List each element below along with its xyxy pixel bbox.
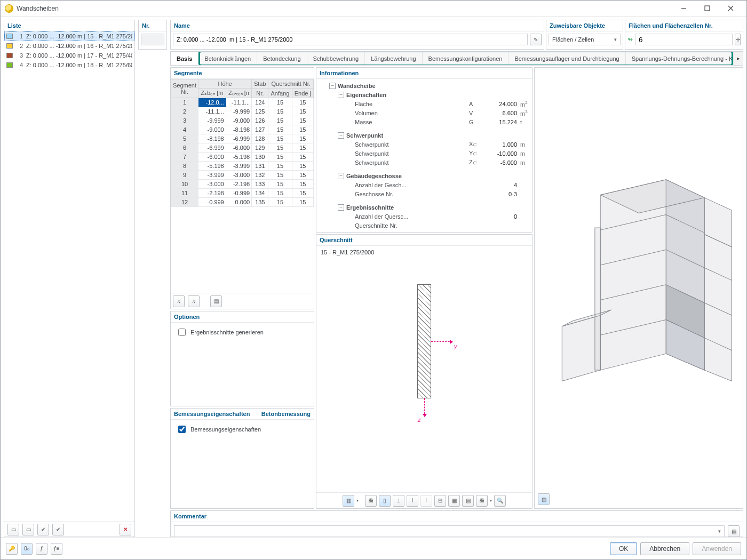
table-row[interactable]: 4 -9.000-8.198 1271515	[171, 125, 314, 134]
chevron-down-icon: ▾	[718, 529, 721, 534]
q-tool-5[interactable]: I	[407, 495, 418, 507]
tabs: BasisBetonknicklängenBetondeckungSchubbe…	[170, 51, 743, 66]
querschnitt-label: 15 - R_M1 275/2000	[316, 246, 532, 259]
flaechen-label: Flächen und Flächenzellen Nr.	[625, 20, 743, 31]
list-tool-1[interactable]: ▭	[7, 524, 19, 535]
bemessungseigenschaften-checkbox[interactable]: Bemessungseigenschaften	[171, 420, 314, 439]
tab-spannungs-dehnungs-berechnung-konfi[interactable]: Spannungs-Dehnungs-Berechnung - Konfi	[626, 52, 733, 65]
seg-tool-3[interactable]: ▤	[210, 295, 222, 307]
info-tree: –Wandscheibe–EigenschaftenFlächeA24.000m…	[316, 79, 532, 232]
list-tool-3[interactable]: ✔	[37, 524, 49, 535]
zuweisbar-select[interactable]: Flächen / Zellen ▾	[549, 34, 621, 45]
link-icon: ↬	[627, 36, 633, 43]
table-row[interactable]: 12 -0.9990.000 1351515	[171, 198, 314, 207]
q-tool-print[interactable]: 🖶	[365, 495, 377, 507]
q-tool-search[interactable]: 🔍	[494, 495, 506, 507]
info-title: Informationen	[316, 68, 532, 79]
cross-section-view: y z	[316, 259, 532, 492]
tab-l-ngsbewehrung[interactable]: Längsbewehrung	[365, 52, 422, 65]
footer-tool-2[interactable]: 0₀	[21, 543, 33, 555]
footer-tool-4[interactable]: ƒ≡	[51, 543, 62, 555]
svg-rect-1	[705, 6, 710, 11]
name-input[interactable]	[173, 34, 528, 45]
footer-tool-3[interactable]: ƒ	[36, 543, 47, 555]
table-row[interactable]: 9 -3.999-3.000 1321515	[171, 171, 314, 180]
flaechen-input[interactable]	[635, 34, 733, 45]
querschnitt-title: Querschnitt	[316, 235, 532, 246]
list-item[interactable]: 3Z: 0.000 ... -12.000 m | 17 - R_M1 275/…	[4, 51, 134, 60]
tab-scroll-right[interactable]: ▸	[733, 52, 743, 65]
chevron-down-icon: ▾	[614, 37, 617, 42]
svg-marker-20	[704, 234, 732, 381]
table-row[interactable]: 6 -6.999-6.000 1291515	[171, 143, 314, 153]
list-tool-4[interactable]: ✔	[52, 524, 64, 535]
seg-tool-1[interactable]: ♫	[173, 295, 185, 307]
minimize-button[interactable]	[672, 1, 695, 16]
footer-tool-1[interactable]: 🔑	[6, 543, 18, 555]
bemessung-title: Bemessungseigenschaften	[174, 411, 250, 417]
q-tool-8[interactable]: ▦	[448, 495, 460, 507]
name-label: Name	[171, 20, 544, 31]
ergebnisschnitte-checkbox[interactable]: Ergebnisschnitte generieren	[171, 323, 314, 342]
tab-bemessungskonfigurationen[interactable]: Bemessungskonfigurationen	[423, 52, 509, 65]
titlebar: Wandscheiben	[1, 1, 746, 17]
table-row[interactable]: 8 -5.198-3.999 1311515	[171, 162, 314, 171]
q-tool-6[interactable]: I	[420, 495, 432, 507]
table-row[interactable]: 2 -11.1...-9.999 1251515	[171, 107, 314, 116]
pick-button[interactable]: ✛	[735, 34, 741, 45]
list-item[interactable]: 2Z: 0.000 ... -12.000 m | 16 - R_M1 275/…	[4, 41, 134, 51]
list-item[interactable]: 1Z: 0.000 ... -12.000 m | 15 - R_M1 275/…	[4, 31, 134, 41]
kommentar-select[interactable]: ▾	[174, 525, 725, 537]
list-item[interactable]: 4Z: 0.000 ... -12.000 m | 18 - R_M1 275/…	[4, 60, 134, 70]
list-title: Liste	[4, 20, 134, 31]
edit-name-button[interactable]: ✎	[530, 34, 542, 45]
nr-label: Nr.	[139, 20, 166, 31]
seg-tool-2[interactable]: ♫	[188, 295, 200, 307]
table-row[interactable]: 3 -9.999-9.000 1261515	[171, 116, 314, 125]
table-row[interactable]: 7 -6.000-5.198 1301515	[171, 153, 314, 162]
maximize-button[interactable]	[695, 1, 719, 16]
bemessung-sub: Betonbemessung	[261, 411, 311, 417]
table-row[interactable]: 10 -3.000-2.198 1331515	[171, 180, 314, 189]
optionen-title: Optionen	[171, 311, 314, 323]
ok-button[interactable]: OK	[610, 542, 637, 555]
tab-betondeckung[interactable]: Betondeckung	[257, 52, 307, 65]
segmente-title: Segmente	[171, 68, 314, 79]
kommentar-title: Kommentar	[171, 511, 743, 522]
window-title: Wandscheiben	[17, 5, 672, 12]
footer: 🔑 0₀ ƒ ƒ≡ OK Abbrechen Anwenden	[1, 537, 746, 559]
tab-basis[interactable]: Basis	[171, 52, 198, 65]
table-row[interactable]: 11 -2.198-0.999 1341515	[171, 189, 314, 198]
table-row[interactable]: 1 -12.0...-11.1... 1241515	[171, 98, 314, 107]
list-body[interactable]: 1Z: 0.000 ... -12.000 m | 15 - R_M1 275/…	[4, 31, 134, 522]
table-row[interactable]: 5 -8.198-6.999 1281515	[171, 134, 314, 143]
tab-bemessungsauflager-und-durchbiegung[interactable]: Bemessungsauflager und Durchbiegung	[508, 52, 625, 65]
tab-betonknickl-ngen[interactable]: Betonknicklängen	[198, 52, 257, 65]
app-icon	[5, 4, 13, 13]
q-tool-4[interactable]: ⟂	[393, 495, 404, 507]
q-tool-9[interactable]: ▤	[462, 495, 474, 507]
q-tool-7[interactable]: ⊟	[434, 495, 446, 507]
list-tool-2[interactable]: ▭	[22, 524, 34, 535]
q-tool-1[interactable]: ▥	[343, 495, 354, 507]
close-button[interactable]	[719, 1, 742, 16]
apply-button[interactable]: Anwenden	[693, 542, 741, 555]
nr-input[interactable]	[141, 34, 164, 45]
svg-rect-24	[595, 228, 600, 370]
3d-viewer[interactable]: ▧	[534, 67, 743, 509]
delete-button[interactable]: ✕	[120, 524, 131, 535]
q-tool-10[interactable]: 🖶	[476, 495, 488, 507]
zuweisbar-label: Zuweisbare Objekte	[546, 20, 623, 31]
q-tool-3[interactable]: ▯	[379, 495, 391, 507]
cancel-button[interactable]: Abbrechen	[640, 542, 689, 555]
tab-schubbewehrung[interactable]: Schubbewehrung	[307, 52, 365, 65]
viewer-tool[interactable]: ▧	[538, 493, 550, 505]
segments-table[interactable]: SegmentNr. Höhe Stab Querschnitt Nr. Zₒb…	[171, 79, 314, 207]
zuweisbar-value: Flächen / Zellen	[552, 36, 594, 43]
kommentar-button[interactable]: ▤	[728, 525, 740, 537]
